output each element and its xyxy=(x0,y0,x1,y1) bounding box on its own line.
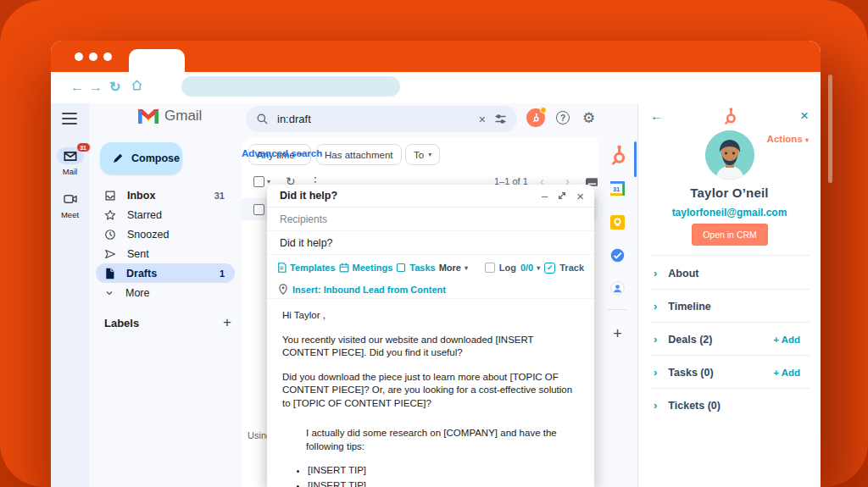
google-keep-icon[interactable] xyxy=(598,215,637,230)
sidebar-item-snoozed[interactable]: Snoozed xyxy=(96,224,235,244)
get-addons-icon[interactable]: + xyxy=(598,325,637,343)
chevron-right-icon[interactable]: › xyxy=(654,333,657,346)
open-in-crm-button[interactable]: Open in CRM xyxy=(692,224,768,246)
tasks-icon xyxy=(396,263,406,273)
filter-chip-to[interactable]: To▾ xyxy=(405,144,440,165)
compose-body[interactable]: Hi Taylor , You recently visited our web… xyxy=(267,299,594,487)
contact-avatar xyxy=(705,130,754,180)
browser-window: ← → ↻ 31 Mail xyxy=(51,41,821,487)
page-scrollbar[interactable] xyxy=(828,75,832,183)
section-deals[interactable]: › Deals (2) + Add xyxy=(638,323,821,356)
address-bar[interactable] xyxy=(181,76,400,97)
reload-icon[interactable]: ↻ xyxy=(109,79,120,96)
sidebar-item-starred[interactable]: Starred xyxy=(96,205,235,224)
body-bullet-list: [INSERT TIP] [INSERT TIP] xyxy=(308,464,579,487)
select-all-checkbox[interactable] xyxy=(253,176,264,187)
chevron-down-icon: ▾ xyxy=(428,151,431,158)
inbox-icon xyxy=(104,190,116,202)
chevron-right-icon[interactable]: › xyxy=(654,300,657,313)
section-tickets[interactable]: › Tickets (0) xyxy=(638,389,821,422)
add-task-link[interactable]: + Add xyxy=(773,368,800,378)
browser-chrome: ← → ↻ xyxy=(51,72,821,103)
compose-titlebar[interactable]: Did it help? – × xyxy=(267,185,594,208)
advanced-search-link[interactable]: Advanced search xyxy=(242,148,322,158)
panel-back-arrow-icon[interactable]: ← xyxy=(650,108,663,123)
compose-label: Compose xyxy=(131,152,180,164)
body-bullet: [INSERT TIP] xyxy=(308,464,579,478)
log-label: Log xyxy=(499,263,516,273)
track-checkbox[interactable]: ✓ xyxy=(544,263,555,274)
mail-badge: 31 xyxy=(76,142,91,152)
recipients-field[interactable]: Recipients xyxy=(267,208,594,231)
hubspot-crm-panel: ← × Actions ▾ xyxy=(637,103,821,487)
templates-button[interactable]: Templates xyxy=(277,263,336,273)
google-calendar-icon[interactable]: 31 xyxy=(598,181,637,196)
body-paragraph: I actually did some research on [COMPANY… xyxy=(306,427,579,453)
meetings-button[interactable]: Meetings xyxy=(339,263,393,273)
location-pin-icon xyxy=(279,284,287,295)
forward-arrow-icon[interactable]: → xyxy=(89,79,103,96)
panel-topbar: ← × xyxy=(638,103,821,129)
panel-close-icon[interactable]: × xyxy=(800,108,809,125)
section-tasks[interactable]: › Tasks (0) + Add xyxy=(638,356,821,389)
sidebar-item-inbox[interactable]: Inbox 31 xyxy=(96,185,235,205)
create-label-icon[interactable]: + xyxy=(223,314,231,331)
sidebar-item-drafts[interactable]: Drafts 1 xyxy=(96,263,235,283)
hubspot-sprocket-icon[interactable] xyxy=(598,144,637,166)
gmail-brand-text: Gmail xyxy=(164,108,202,125)
gmail-sidebar: Gmail Compose Inbox 31 Starred xyxy=(89,103,242,487)
chevron-right-icon[interactable]: › xyxy=(654,267,657,279)
filter-chip-has-attachment[interactable]: Has attachment xyxy=(316,144,402,165)
chevron-down-icon[interactable]: ▾ xyxy=(267,178,270,185)
body-greeting: Hi Taylor , xyxy=(282,309,579,323)
main-menu-icon[interactable] xyxy=(62,113,77,125)
more-dropdown[interactable]: More▾ xyxy=(439,263,468,273)
google-tasks-icon[interactable] xyxy=(598,248,637,263)
sidebar-item-more[interactable]: More xyxy=(96,283,235,302)
templates-icon xyxy=(277,263,287,273)
sidebar-item-meet[interactable]: Meet xyxy=(51,191,89,219)
home-icon[interactable] xyxy=(131,79,143,91)
svg-text:31: 31 xyxy=(613,185,620,193)
sidebar-item-mail[interactable]: 31 Mail xyxy=(51,147,89,176)
window-dot-icon[interactable] xyxy=(89,53,97,61)
hubspot-sales-toolbar: Templates Meetings Tasks More▾ Log 0/0▾ xyxy=(267,255,594,280)
add-deal-link[interactable]: + Add xyxy=(773,335,800,345)
labels-section: Labels + xyxy=(104,314,231,331)
expand-icon[interactable] xyxy=(558,191,566,200)
addon-rail: 31 + xyxy=(598,103,637,487)
log-checkbox[interactable] xyxy=(485,263,495,273)
pencil-icon xyxy=(112,152,124,164)
insert-suggestion-row[interactable]: Insert: Inbound Lead from Content xyxy=(267,280,594,299)
log-count-dropdown[interactable]: 0/0▾ xyxy=(520,263,540,273)
gmail-left-rail: 31 Mail Meet xyxy=(51,103,89,487)
minimize-icon[interactable]: – xyxy=(542,191,548,202)
tasks-button[interactable]: Tasks xyxy=(396,263,435,273)
close-icon[interactable]: × xyxy=(576,190,584,202)
draft-file-icon xyxy=(104,268,115,279)
window-dot-icon[interactable] xyxy=(75,53,83,61)
active-addon-indicator xyxy=(634,141,637,177)
compose-button[interactable]: Compose xyxy=(100,142,182,174)
contact-name: Taylor O’neil xyxy=(638,185,821,200)
window-dot-icon[interactable] xyxy=(103,53,112,61)
chevron-right-icon[interactable]: › xyxy=(654,366,657,379)
chevron-right-icon[interactable]: › xyxy=(654,399,657,412)
back-arrow-icon[interactable]: ← xyxy=(70,79,84,96)
chevron-down-icon: ▾ xyxy=(537,264,540,272)
actions-dropdown[interactable]: Actions ▾ xyxy=(767,134,809,144)
google-contacts-icon[interactable] xyxy=(598,281,637,296)
meetings-icon xyxy=(339,263,349,273)
send-icon xyxy=(104,248,116,260)
subject-field[interactable]: Did it help? xyxy=(267,231,594,255)
chevron-down-icon: ▾ xyxy=(465,264,468,272)
browser-tab[interactable] xyxy=(129,49,185,72)
section-about[interactable]: › About xyxy=(638,257,821,290)
sidebar-item-sent[interactable]: Sent xyxy=(96,244,235,263)
meet-icon xyxy=(64,194,77,204)
mail-icon xyxy=(64,151,77,162)
row-checkbox[interactable] xyxy=(253,204,264,215)
section-timeline[interactable]: › Timeline xyxy=(638,290,821,323)
contact-email-link[interactable]: taylorfoneil@gmail.com xyxy=(638,207,821,219)
screenshot-stage: ← → ↻ 31 Mail xyxy=(0,0,868,487)
